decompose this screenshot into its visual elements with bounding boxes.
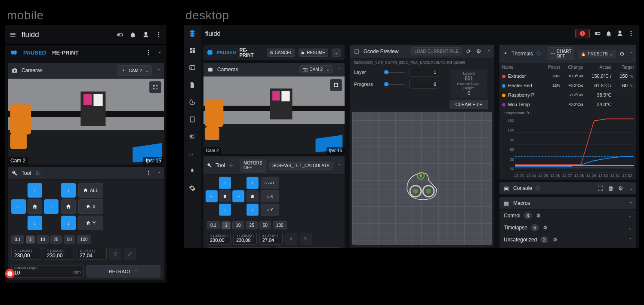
nav-jobs-icon[interactable] (187, 114, 197, 125)
chart-off-btn[interactable]: 〰 CHART OFF (548, 47, 574, 60)
distance-1[interactable]: 1 (26, 235, 35, 244)
d-jog-zm[interactable]: ↓ (247, 204, 259, 216)
distance-100[interactable]: 100 (273, 221, 287, 229)
distance-10[interactable]: 10 (232, 221, 244, 229)
nav-system-icon[interactable] (187, 166, 197, 176)
status-expand-icon[interactable]: ⌄ (158, 49, 161, 56)
top-toggle-icon[interactable] (594, 30, 601, 37)
nav-settings-icon[interactable] (187, 183, 197, 193)
distance-10[interactable]: 10 (37, 235, 48, 244)
resume-btn[interactable]: ▶ RESUME (299, 49, 328, 57)
bell-icon[interactable] (129, 31, 136, 38)
jog-z-plus[interactable]: ↑ (61, 183, 76, 198)
distance-1[interactable]: 1 (222, 221, 231, 229)
gcode-preview[interactable] (352, 112, 492, 245)
top-kebab-icon[interactable] (628, 30, 635, 37)
top-user-icon[interactable] (616, 30, 623, 37)
status-more-btn[interactable]: ⌄ (332, 49, 341, 57)
macro-group-control[interactable]: Control3 ⚙ ⌄ (499, 210, 636, 222)
extrude-length-field[interactable]: Extrude Lengthmm10 (11, 265, 84, 277)
d-jog-xp[interactable]: → (232, 190, 244, 202)
nav-config-icon[interactable]: { } (187, 149, 197, 159)
nav-files-icon[interactable] (187, 80, 197, 90)
console-expand-icon[interactable]: ⛶ (597, 185, 604, 192)
y-pos-field[interactable]: Y [ 230.00 ]230,00 (44, 248, 74, 260)
alert-badge[interactable] (575, 29, 590, 38)
console-gear-icon[interactable]: ⚙ (617, 185, 624, 192)
x-pos-field[interactable]: X [ 230.00 ]230,00 (11, 248, 41, 260)
camera-selector-d[interactable]: 📷 CAM 2 ⌄ (299, 65, 333, 73)
target-input[interactable]: 150 (619, 72, 628, 80)
d-jog-zp[interactable]: ↑ (247, 177, 259, 189)
progress-slider[interactable]: Progress 0 (350, 78, 444, 90)
camera-collapse-icon[interactable]: ⌃ (157, 68, 160, 73)
home-z[interactable] (61, 199, 76, 214)
home-y-btn[interactable]: Y (78, 216, 103, 230)
distance-50[interactable]: 50 (64, 235, 75, 244)
d-z-field[interactable]: Z [ 27.04 ]27,04 (259, 233, 283, 245)
d-y-field[interactable]: Y [ 230.00 ]230,00 (233, 233, 257, 245)
gcode-collapse[interactable]: ⌃ (487, 49, 491, 54)
presets-btn[interactable]: 🔥 PRESETS ⌄ (578, 50, 616, 58)
distance-25[interactable]: 25 (50, 235, 62, 244)
d-home-xy[interactable] (219, 190, 231, 202)
retract-btn[interactable]: RETRACT ⌃ (86, 265, 161, 277)
d-home-z[interactable] (247, 190, 259, 202)
snowflake-icon[interactable] (34, 170, 41, 177)
home-all-btn[interactable]: ALL (78, 183, 103, 198)
distance-25[interactable]: 25 (246, 221, 258, 229)
d-ext-len[interactable]: Extrude Lengthmm10 (207, 247, 272, 248)
jog-y-plus[interactable]: ↑ (28, 183, 42, 198)
console-collapse[interactable]: ⌄ (629, 186, 633, 191)
macro-group-timelapse[interactable]: Timelapse5 ⚙ ⌄ (499, 222, 636, 234)
distance-0.1[interactable]: 0.1 (11, 235, 24, 244)
home-xy[interactable] (28, 199, 42, 214)
d-jog-yp[interactable]: ↑ (219, 177, 231, 189)
clear-file-btn[interactable]: CLEAR FILE (450, 100, 488, 109)
console-info-icon[interactable]: ⓘ (536, 185, 540, 191)
distance-50[interactable]: 50 (259, 221, 271, 229)
nav-dashboard-icon[interactable] (187, 46, 197, 56)
layer-slider[interactable]: Layer 1 (350, 66, 444, 78)
nav-history-icon[interactable] (187, 97, 197, 107)
d-x-field[interactable]: X [ 230.00 ]230,00 (207, 233, 231, 245)
alert-icon[interactable] (8, 269, 15, 278)
nav-tune-icon[interactable] (187, 131, 197, 142)
fullscreen-icon[interactable] (149, 81, 161, 93)
kebab-icon[interactable] (155, 31, 162, 38)
gcode-refresh-icon[interactable]: ⟳ (465, 48, 472, 55)
thermals-collapse[interactable]: ⌃ (630, 52, 633, 56)
macro-group-uncategorized[interactable]: Uncategorized2 ⚙ ⌃ (499, 234, 636, 246)
gear-icon[interactable]: ⚙ (542, 224, 549, 231)
jog-x-minus[interactable]: ← (11, 199, 26, 214)
thermals-info-icon[interactable]: ⓘ (536, 51, 541, 57)
d-home-x[interactable]: ⌂ X (261, 190, 279, 202)
d-jog-xm[interactable]: ← (206, 190, 218, 202)
screws-tilt-btn[interactable]: SCREWS_TILT_CALCULATE (269, 162, 333, 170)
reprint-btn[interactable]: RE-PRINT (52, 49, 78, 56)
user-icon[interactable] (142, 31, 149, 38)
z-pos-field[interactable]: Z [ 27.04 ]27,04 (77, 248, 107, 260)
camera-collapse-d[interactable]: ⌃ (338, 67, 341, 72)
status-kebab-icon[interactable] (145, 49, 152, 56)
d-retract-btn[interactable]: RETRACT ⌃ (274, 247, 341, 248)
menu-icon[interactable] (9, 31, 16, 38)
target-input[interactable]: 60 (622, 82, 628, 89)
distance-0.1[interactable]: 0.1 (207, 221, 220, 229)
gcode-gear-icon[interactable]: ⚙ (475, 48, 482, 55)
camera-selector[interactable]: CAM 2⌄ (117, 65, 152, 76)
console-trash-icon[interactable]: 🗑 (607, 185, 614, 192)
jog-y-minus[interactable]: ↓ (28, 216, 42, 230)
gear-icon[interactable]: ⚙ (535, 212, 542, 219)
load-file-btn[interactable]: LOAD CURRENT FILE (411, 47, 462, 55)
motors-off-btn[interactable]: MOTORS OFF (240, 159, 266, 172)
d-home-all[interactable]: ⌂ ALL (261, 177, 279, 189)
snowflake-icon-d[interactable] (228, 162, 234, 169)
logo-icon[interactable] (187, 28, 197, 39)
jog-x-plus[interactable]: → (44, 199, 59, 214)
tool-kebab-icon[interactable] (145, 170, 152, 177)
top-bell-icon[interactable] (605, 30, 612, 37)
gear-icon[interactable]: ⚙ (552, 236, 558, 243)
distance-100[interactable]: 100 (77, 235, 91, 244)
reprint-btn-d[interactable]: RE-PRINT (240, 47, 260, 58)
